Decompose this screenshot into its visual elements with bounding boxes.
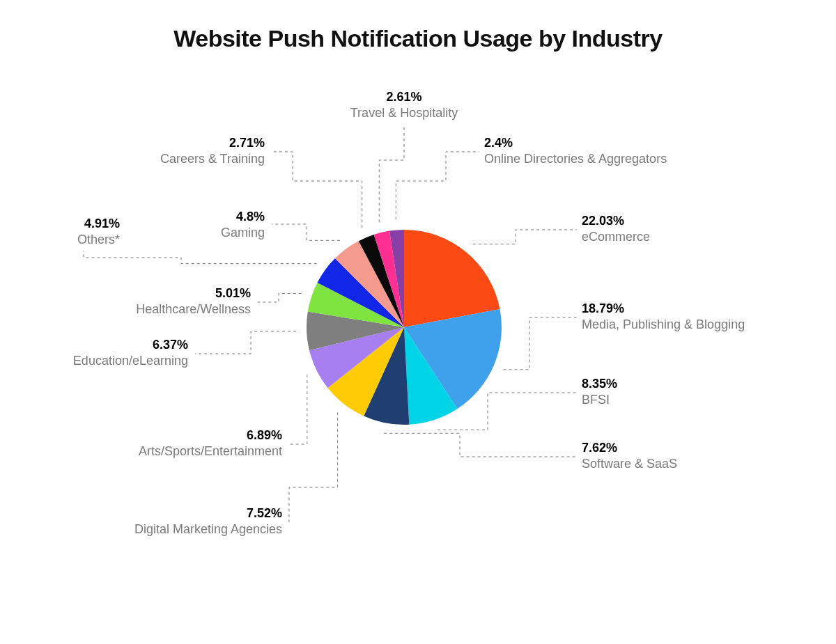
leader-line xyxy=(379,125,404,222)
leader-line xyxy=(504,317,577,370)
leader-line xyxy=(195,331,296,354)
leader-line xyxy=(396,152,479,219)
leader-line xyxy=(84,251,317,264)
pct-travel: 2.61% xyxy=(327,89,481,105)
pct-health: 5.01% xyxy=(77,285,251,301)
pct-bfsi: 8.35% xyxy=(582,376,617,392)
name-saas: Software & SaaS xyxy=(582,456,677,472)
pct-dirs: 2.4% xyxy=(484,135,667,151)
leader-line xyxy=(258,293,302,302)
name-dma: Digital Marketing Agencies xyxy=(70,521,282,537)
name-bfsi: BFSI xyxy=(582,392,617,408)
pct-gaming: 4.8% xyxy=(146,209,265,225)
leader-line xyxy=(289,412,338,522)
leader-line xyxy=(272,152,362,228)
pct-careers: 2.71% xyxy=(91,135,265,151)
label-dma: 7.52% Digital Marketing Agencies xyxy=(70,505,282,538)
label-ecommerce: 22.03% eCommerce xyxy=(582,213,650,246)
name-careers: Careers & Training xyxy=(91,151,265,167)
leader-line xyxy=(289,375,307,444)
name-travel: Travel & Hospitality xyxy=(327,105,481,121)
label-others: 4.91% Others* xyxy=(14,216,120,249)
name-gaming: Gaming xyxy=(146,225,265,241)
label-travel: 2.61% Travel & Hospitality xyxy=(327,89,481,122)
pie-group xyxy=(307,230,502,425)
pct-others: 4.91% xyxy=(14,216,120,232)
label-dirs: 2.4% Online Directories & Aggregators xyxy=(484,135,667,168)
label-careers: 2.71% Careers & Training xyxy=(91,135,265,168)
label-edu: 6.37% Education/eLearning xyxy=(0,337,188,370)
pct-dma: 7.52% xyxy=(70,505,282,521)
leader-line xyxy=(272,224,340,240)
name-dirs: Online Directories & Aggregators xyxy=(484,151,667,167)
name-edu: Education/eLearning xyxy=(0,353,188,369)
label-bfsi: 8.35% BFSI xyxy=(582,376,617,409)
name-others: Others* xyxy=(14,232,120,248)
name-ecommerce: eCommerce xyxy=(582,229,650,245)
label-gaming: 4.8% Gaming xyxy=(146,209,265,242)
name-arts: Arts/Sports/Entertainment xyxy=(56,443,282,460)
name-media: Media, Publishing & Blogging xyxy=(582,317,745,333)
pct-media: 18.79% xyxy=(582,301,745,317)
leader-line xyxy=(473,230,577,244)
leader-line xyxy=(384,433,577,457)
label-media: 18.79% Media, Publishing & Blogging xyxy=(582,301,745,333)
label-arts: 6.89% Arts/Sports/Entertainment xyxy=(56,427,282,460)
name-health: Healthcare/Wellness xyxy=(77,301,251,317)
pct-arts: 6.89% xyxy=(56,427,282,443)
label-saas: 7.62% Software & SaaS xyxy=(582,440,677,473)
label-health: 5.01% Healthcare/Wellness xyxy=(77,285,251,318)
pct-ecommerce: 22.03% xyxy=(582,213,650,229)
pct-edu: 6.37% xyxy=(0,337,188,353)
pct-saas: 7.62% xyxy=(582,440,677,456)
